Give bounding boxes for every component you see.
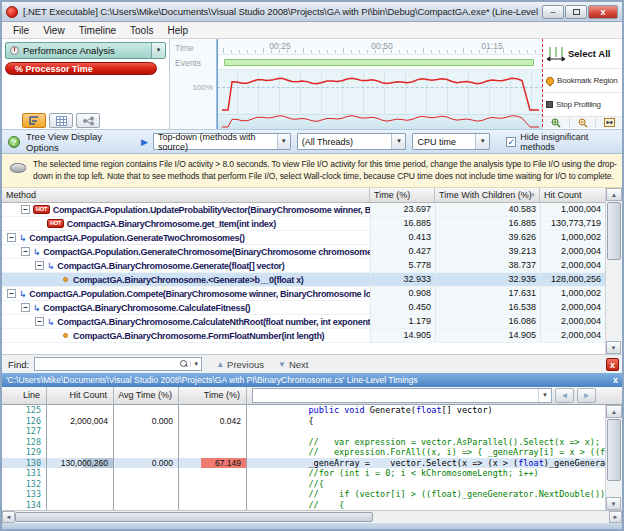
- help-icon[interactable]: ?: [8, 136, 20, 148]
- chevron-down-icon[interactable]: ▼: [538, 389, 551, 402]
- table-row[interactable]: −↳CompactGA.BinaryChromosome.CalculateFi…: [2, 301, 622, 315]
- find-input[interactable]: ▼: [34, 357, 202, 371]
- scrollbar-thumb[interactable]: [607, 202, 621, 260]
- time-with-children-cell: 16.538: [435, 301, 540, 314]
- column-header-src-time[interactable]: Time (%): [179, 387, 247, 405]
- source-scrollbar[interactable]: ▲ ▼: [605, 405, 622, 510]
- table-row[interactable]: −↳CompactGA.Population.Compete(BinaryChr…: [2, 287, 622, 301]
- menu-item-tools[interactable]: Tools: [123, 24, 160, 37]
- source-close-icon[interactable]: x: [613, 373, 618, 387]
- source-panel-title: 'C:\Users\Mike\Documents\Visual Studio 2…: [2, 373, 622, 387]
- navigate-back-button[interactable]: ◄: [555, 388, 574, 403]
- scroll-right-icon[interactable]: ►: [609, 511, 622, 523]
- find-previous-button[interactable]: ▲ Previous: [216, 359, 264, 370]
- threads-dropdown[interactable]: (All Threads) ▼: [297, 133, 407, 150]
- scrollbar-thumb[interactable]: [15, 512, 373, 522]
- menu-item-file[interactable]: File: [6, 24, 36, 37]
- menu-item-view[interactable]: View: [36, 24, 72, 37]
- find-next-button[interactable]: ▼ Next: [278, 359, 308, 370]
- scroll-up-icon[interactable]: ▲: [606, 405, 622, 418]
- table-row[interactable]: −↳CompactGA.BinaryChromosome.CalculateNt…: [2, 315, 622, 329]
- column-header-hit-count[interactable]: Hit Count: [540, 188, 605, 202]
- table-row[interactable]: −↳CompactGA.BinaryChromosome.Generate(fl…: [2, 259, 622, 273]
- ruler-tick: [415, 50, 416, 53]
- scroll-left-icon[interactable]: ◄: [2, 511, 15, 523]
- expand-collapse-box[interactable]: −: [35, 317, 44, 326]
- chevron-down-icon[interactable]: ▼: [277, 134, 290, 149]
- table-row[interactable]: −↳CompactGA.Population.GenerateChromosom…: [2, 245, 622, 259]
- source-line-row[interactable]: 129 // expression.ForAll((x, i) => { _ge…: [2, 447, 605, 458]
- chevron-down-icon[interactable]: ▼: [151, 43, 165, 58]
- expand-collapse-box[interactable]: −: [21, 303, 30, 312]
- timeline-overview-strip[interactable]: [217, 115, 543, 129]
- source-line-row[interactable]: 130130,000,2600.00067.149 _geneArray = v…: [2, 458, 605, 469]
- timing-dropdown[interactable]: CPU time ▼: [412, 133, 490, 150]
- call-graph-button[interactable]: [76, 113, 100, 128]
- ruler-tick: [463, 48, 464, 53]
- hide-insignificant-label: Hide insignificant methods: [520, 132, 622, 152]
- stop-profiling-button[interactable]: Stop Profiling: [543, 93, 622, 117]
- source-line-row[interactable]: 1262,000,0040.0000.042 {: [2, 416, 605, 427]
- ruler-tick: [303, 48, 304, 53]
- child-call-icon: ↳: [19, 289, 26, 299]
- minimize-button[interactable]: –: [542, 5, 564, 19]
- analysis-type-dropdown[interactable]: Performance Analysis ▼: [5, 42, 166, 59]
- expand-collapse-box[interactable]: −: [7, 233, 16, 242]
- method-selector-dropdown[interactable]: ▼: [252, 388, 552, 403]
- table-row[interactable]: CompactGA.BinaryChromosome.FormFloatNumb…: [2, 329, 622, 343]
- processor-time-badge[interactable]: % Processor Time: [5, 62, 157, 75]
- tree-view-button[interactable]: [22, 113, 46, 128]
- select-all-button[interactable]: Select All: [543, 39, 622, 69]
- source-line-row[interactable]: 133 // if (vector[i] > ((float)_geneGene…: [2, 489, 605, 500]
- expand-collapse-box[interactable]: −: [35, 261, 44, 270]
- scroll-down-icon[interactable]: ▼: [606, 497, 621, 510]
- maximize-button[interactable]: [565, 5, 587, 19]
- timeline-events-row[interactable]: [217, 55, 543, 70]
- bookmark-region-button[interactable]: Bookmark Region: [543, 69, 622, 93]
- table-row[interactable]: −↳CompactGA.Population.GenerateTwoChromo…: [2, 231, 622, 245]
- view-mode-dropdown[interactable]: Top-down (methods with source) ▼: [153, 133, 291, 150]
- scroll-up-icon[interactable]: ▲: [606, 188, 622, 201]
- source-line-row[interactable]: 131 //for (int i = 0; i < kChromosomeLen…: [2, 468, 605, 479]
- zoom-fit-button[interactable]: [596, 118, 622, 127]
- column-header-time-with-children[interactable]: Time With Children (%)▼: [435, 188, 540, 202]
- close-button[interactable]: x: [588, 5, 618, 19]
- ruler-tick: [247, 50, 248, 53]
- table-row[interactable]: CompactGA.BinaryChromosome.<Generate>b__…: [2, 273, 622, 287]
- table-row[interactable]: HOTCompactGA.BinaryChromosome.get_Item(i…: [2, 217, 622, 231]
- method-cell: CompactGA.BinaryChromosome.<Generate>b__…: [2, 273, 370, 286]
- menu-item-help[interactable]: Help: [160, 24, 195, 37]
- column-header-avg-time[interactable]: Avg Time (%): [114, 387, 179, 405]
- table-row[interactable]: −HOTCompactGA.Population.UpdateProbabili…: [2, 203, 622, 217]
- hide-insignificant-checkbox[interactable]: ✓: [506, 137, 516, 147]
- column-header-src-hit-count[interactable]: Hit Count: [47, 387, 114, 405]
- chevron-down-icon[interactable]: ▼: [391, 134, 405, 149]
- column-header-time[interactable]: Time (%): [370, 188, 435, 202]
- column-header-line[interactable]: Line: [2, 387, 47, 405]
- source-line-row[interactable]: 128 // var expression = vector.AsParalle…: [2, 437, 605, 448]
- scroll-down-icon[interactable]: ▼: [606, 341, 621, 354]
- source-line-row[interactable]: 132 //{: [2, 479, 605, 490]
- zoom-out-button[interactable]: [570, 118, 597, 128]
- timeline-ruler[interactable]: 00:2500:5001:15: [217, 39, 543, 55]
- grid-view-button[interactable]: [49, 113, 73, 128]
- column-header-method[interactable]: Method: [2, 188, 370, 202]
- navigate-forward-button[interactable]: ►: [577, 388, 596, 403]
- expand-collapse-box[interactable]: −: [7, 289, 16, 298]
- scrollbar-thumb[interactable]: [607, 419, 621, 481]
- expand-collapse-box[interactable]: −: [21, 205, 30, 214]
- chevron-down-icon[interactable]: ▼: [190, 361, 201, 367]
- child-call-icon: ↳: [33, 247, 40, 257]
- cpu-usage-chart[interactable]: [217, 70, 543, 115]
- source-line-row[interactable]: 125 public void Generate(float[] vector): [2, 405, 605, 416]
- chevron-down-icon[interactable]: ▼: [475, 134, 489, 149]
- source-line-row[interactable]: 127: [2, 426, 605, 437]
- find-close-button[interactable]: x: [606, 358, 619, 371]
- expand-collapse-box[interactable]: −: [21, 247, 30, 256]
- zoom-in-button[interactable]: [543, 118, 570, 128]
- time-with-children-cell: 39.626: [435, 231, 540, 244]
- method-table-scrollbar[interactable]: ▲ ▼: [605, 188, 622, 354]
- horizontal-scrollbar[interactable]: ◄ ►: [2, 510, 622, 523]
- menu-item-timeline[interactable]: Timeline: [72, 24, 123, 37]
- source-line-row[interactable]: 134 // {: [2, 500, 605, 511]
